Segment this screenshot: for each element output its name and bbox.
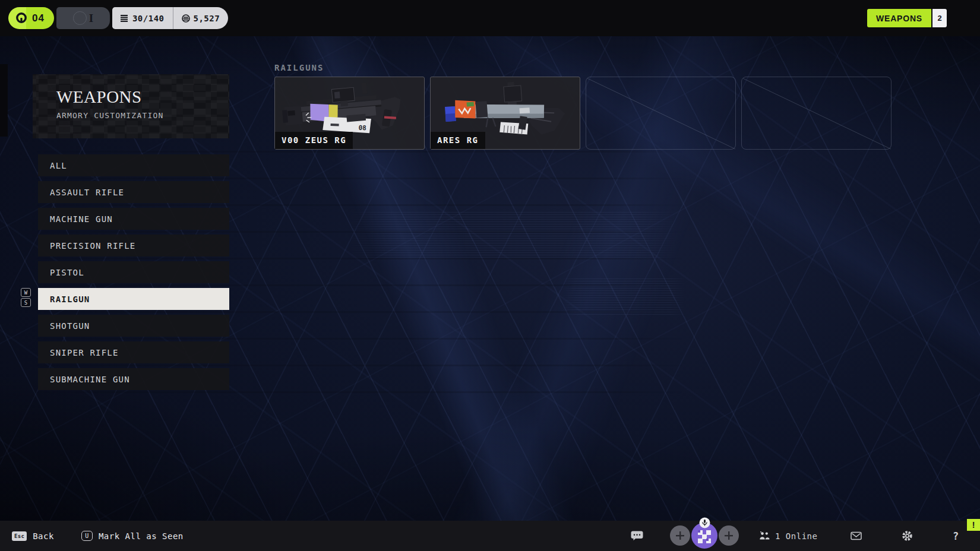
sidebar-item-all[interactable]: ALL bbox=[38, 154, 229, 176]
add-friend-button[interactable] bbox=[670, 525, 690, 546]
sidebar-item-sniper-rifle[interactable]: SNIPER RIFLE bbox=[38, 341, 229, 363]
gear-icon bbox=[901, 530, 913, 542]
armory-screen: 04 I 30/140 bbox=[0, 0, 980, 551]
rank-numeral: I bbox=[89, 12, 93, 25]
add-friend-button[interactable] bbox=[719, 525, 739, 546]
bottom-bar: Esc Back U Mark All as Seen bbox=[0, 521, 980, 551]
stacked-lines-icon bbox=[121, 15, 129, 22]
rank-circle-icon bbox=[73, 11, 87, 25]
microphone-badge bbox=[699, 517, 710, 531]
sidebar-item-precision-rifle[interactable]: PRECISION RIFLE bbox=[38, 235, 229, 256]
bottom-left-actions: Esc Back U Mark All as Seen bbox=[12, 521, 184, 551]
top-bar: 04 I 30/140 bbox=[0, 0, 980, 36]
sidebar-header: WEAPONS ARMORY CUSTOMIZATION bbox=[33, 74, 229, 138]
speech-bubble-icon bbox=[631, 531, 643, 541]
empty-weapon-slot bbox=[586, 77, 736, 150]
notification-badge: ! bbox=[967, 519, 980, 531]
key-w-icon: W bbox=[21, 288, 31, 297]
diagonal-slash-icon bbox=[586, 77, 736, 150]
sidebar-item-submachine-gun[interactable]: SUBMACHINE GUN bbox=[38, 368, 229, 390]
sidebar-title: WEAPONS bbox=[56, 87, 142, 107]
sidebar-item-railgun[interactable]: RAILGUN bbox=[38, 288, 229, 310]
stats-pill: 30/140 5,527 bbox=[112, 7, 228, 29]
esc-key-icon: Esc bbox=[12, 531, 27, 541]
striped-coin-icon bbox=[182, 14, 190, 23]
level-number: 04 bbox=[32, 12, 45, 24]
weapon-name-label: V00 ZEUS RG bbox=[275, 132, 353, 149]
rank-badge: I bbox=[56, 7, 110, 29]
section-title: RAILGUNS bbox=[274, 63, 324, 72]
glitch-scanlines bbox=[562, 277, 685, 315]
progress-value: 30/140 bbox=[132, 14, 165, 23]
help-button[interactable]: ? bbox=[950, 521, 961, 551]
background-edge-shadow bbox=[0, 64, 8, 137]
page-tag-count: 2 bbox=[932, 9, 947, 27]
weapon-name-label: ARES RG bbox=[431, 132, 485, 149]
online-count-label: 1 Online bbox=[775, 531, 817, 541]
weapon-category-sidebar: WEAPONS ARMORY CUSTOMIZATION W S ALL ASS… bbox=[33, 74, 229, 395]
sidebar-subtitle: ARMORY CUSTOMIZATION bbox=[56, 111, 164, 120]
plus-icon bbox=[725, 531, 733, 540]
diagonal-slash-icon bbox=[742, 77, 892, 150]
player-avatar[interactable] bbox=[691, 522, 717, 549]
page-tag: WEAPONS 2 bbox=[867, 9, 947, 27]
people-group-icon bbox=[759, 531, 770, 540]
page-tag-label: WEAPONS bbox=[867, 9, 931, 27]
sidebar-item-pistol[interactable]: PISTOL bbox=[38, 261, 229, 283]
chat-button[interactable] bbox=[628, 521, 645, 551]
key-s-icon: S bbox=[21, 298, 31, 307]
sidebar-item-assault-rifle[interactable]: ASSAULT RIFLE bbox=[38, 181, 229, 203]
settings-button[interactable] bbox=[900, 521, 913, 551]
question-mark-icon: ? bbox=[953, 530, 959, 542]
mark-all-seen-label: Mark All as Seen bbox=[99, 531, 184, 541]
empty-weapon-slot bbox=[741, 77, 892, 150]
category-menu: ALL ASSAULT RIFLE MACHINE GUN PRECISION … bbox=[33, 154, 229, 390]
plus-icon bbox=[676, 531, 684, 540]
glitch-scanlines bbox=[347, 211, 679, 258]
currency-stat: 5,527 bbox=[173, 14, 229, 23]
weapon-card-grid: 08 V00 ZEUS RG bbox=[274, 77, 892, 150]
sidebar-item-machine-gun[interactable]: MACHINE GUN bbox=[38, 208, 229, 230]
weapon-card-zeus[interactable]: 08 V00 ZEUS RG bbox=[274, 77, 425, 150]
svg-text:08: 08 bbox=[358, 124, 366, 132]
back-button[interactable]: Back bbox=[33, 531, 54, 541]
weapon-card-ares[interactable]: ARES RG bbox=[430, 77, 580, 150]
mail-button[interactable] bbox=[849, 521, 862, 551]
navigation-key-hints: W S bbox=[21, 288, 31, 307]
u-key-icon: U bbox=[81, 531, 93, 541]
currency-value: 5,527 bbox=[194, 14, 220, 23]
finals-ring-logo-icon bbox=[14, 11, 29, 26]
online-status[interactable]: 1 Online bbox=[759, 521, 817, 551]
sidebar-item-shotgun[interactable]: SHOTGUN bbox=[38, 315, 229, 337]
mark-all-seen-button[interactable]: U Mark All as Seen bbox=[81, 531, 184, 541]
progress-stat: 30/140 bbox=[112, 14, 173, 23]
envelope-icon bbox=[851, 531, 862, 540]
level-badge: 04 bbox=[8, 7, 54, 29]
